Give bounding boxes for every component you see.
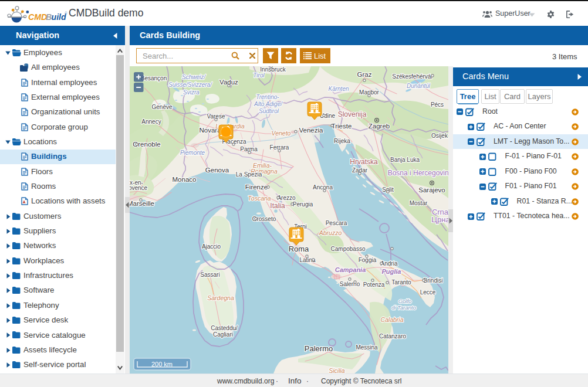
- svg-text:Brindisi: Brindisi: [424, 277, 443, 284]
- svg-text:Potenza: Potenza: [363, 281, 385, 288]
- svg-text:Genova: Genova: [205, 167, 229, 174]
- svg-text:Ancona: Ancona: [313, 184, 333, 191]
- svg-text:Pécs: Pécs: [431, 101, 444, 108]
- svg-text:Firenze: Firenze: [245, 184, 268, 191]
- svg-text:Bosna i Hercegovina: Bosna i Hercegovina: [388, 169, 448, 177]
- svg-text:Annecy: Annecy: [141, 118, 161, 125]
- svg-text:Provence: Provence: [130, 185, 148, 191]
- svg-text:Perugia: Perugia: [293, 201, 313, 208]
- svg-text:Monaco: Monaco: [173, 176, 197, 183]
- svg-text:Zagreb: Zagreb: [369, 123, 390, 130]
- svg-text:Cagliari: Cagliari: [213, 331, 233, 338]
- svg-text:Taranto: Taranto: [391, 279, 411, 286]
- svg-text:Lecce: Lecce: [420, 289, 436, 296]
- svg-text:Székesfehérvár: Székesfehérvár: [392, 73, 433, 80]
- svg-text:Puglia: Puglia: [381, 268, 401, 275]
- svg-text:La Spezia: La Spezia: [236, 171, 262, 178]
- svg-text:Roma: Roma: [289, 245, 309, 253]
- svg-text:200 km: 200 km: [151, 361, 173, 368]
- svg-text:Suisse/Svizzera/: Suisse/Svizzera/: [168, 82, 212, 88]
- svg-text:Arezzo: Arezzo: [277, 195, 296, 201]
- svg-text:Venezia: Venezia: [299, 127, 324, 134]
- svg-text:Südtirol: Südtirol: [259, 108, 279, 114]
- svg-text:Palermo: Palermo: [305, 344, 333, 353]
- svg-text:Kärnten: Kärnten: [328, 86, 349, 92]
- svg-text:CMD: CMD: [28, 12, 47, 22]
- svg-text:Calabria: Calabria: [380, 316, 403, 323]
- svg-text:Banja Luka: Banja Luka: [390, 157, 420, 163]
- svg-text:Campania: Campania: [335, 266, 366, 273]
- svg-text:Dunántúl: Dunántúl: [407, 83, 431, 89]
- svg-text:Svizra: Svizra: [183, 89, 200, 96]
- svg-text:Udine: Udine: [320, 113, 336, 119]
- svg-text:Ajaccio: Ajaccio: [202, 243, 221, 250]
- svg-text:Toscana: Toscana: [248, 195, 271, 202]
- svg-text:Italia: Italia: [270, 202, 285, 210]
- svg-text:Piemonte: Piemonte: [180, 150, 205, 156]
- svg-text:Casteddu/: Casteddu/: [211, 325, 238, 331]
- svg-text:Besançon: Besançon: [141, 75, 167, 82]
- svg-text:di Taranto: di Taranto: [391, 304, 416, 311]
- svg-text:Alto Adige/: Alto Adige/: [254, 101, 283, 107]
- svg-text:Golfo: Golfo: [398, 298, 412, 304]
- svg-text:Sassari: Sassari: [200, 271, 219, 278]
- svg-text:Andria: Andria: [381, 260, 398, 267]
- svg-text:Tirol: Tirol: [253, 72, 265, 79]
- svg-text:Abruzzo: Abruzzo: [319, 229, 342, 236]
- svg-text:Hrvatska: Hrvatska: [350, 158, 378, 166]
- svg-text:Salerno: Salerno: [340, 281, 360, 287]
- svg-text:Messina: Messina: [356, 344, 378, 351]
- svg-text:Црна: Црна: [431, 215, 448, 224]
- svg-text:Genève: Genève: [151, 104, 172, 110]
- svg-text:Sarajevo: Sarajevo: [418, 186, 445, 193]
- svg-text:Graz: Graz: [357, 71, 372, 78]
- svg-text:Mostar: Mostar: [410, 200, 428, 206]
- svg-text:Slovenija: Slovenija: [338, 110, 367, 118]
- svg-text:Sardegna: Sardegna: [207, 294, 234, 301]
- svg-text:Sicilia: Sicilia: [329, 367, 345, 374]
- svg-text:Campobasso: Campobasso: [331, 246, 366, 252]
- svg-text:Trentino-: Trentino-: [256, 94, 279, 100]
- svg-text:Trieste: Trieste: [332, 123, 352, 130]
- svg-text:Rijeka: Rijeka: [334, 138, 350, 144]
- svg-text:®: ®: [65, 11, 67, 15]
- svg-text:Pescara: Pescara: [326, 220, 347, 226]
- svg-text:Schweiz/: Schweiz/: [182, 74, 206, 80]
- svg-text:Osijek: Osijek: [431, 133, 448, 139]
- svg-text:Veneto: Veneto: [272, 130, 291, 137]
- svg-text:Catanzaro: Catanzaro: [379, 333, 407, 340]
